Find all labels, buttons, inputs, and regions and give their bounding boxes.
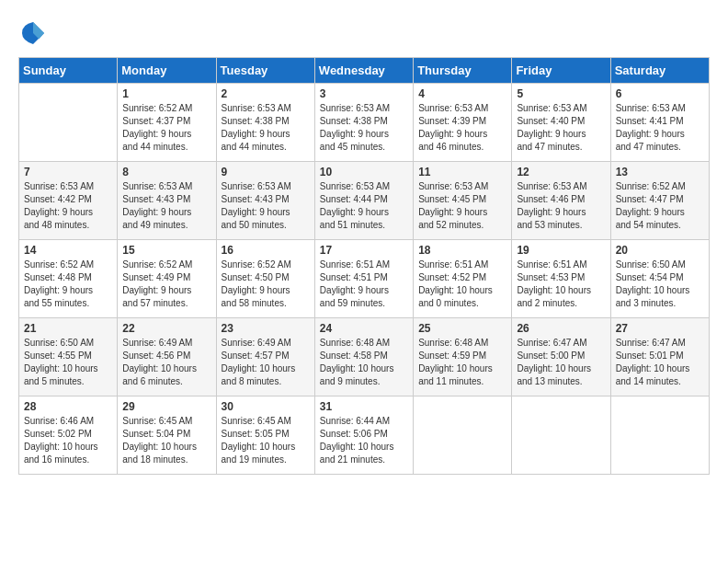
- day-number: 13: [616, 166, 704, 178]
- day-number: 5: [517, 87, 605, 100]
- day-info: Sunrise: 6:53 AMSunset: 4:38 PMDaylight:…: [222, 102, 310, 154]
- day-number: 10: [320, 166, 408, 178]
- week-row-4: 21Sunrise: 6:50 AMSunset: 4:55 PMDayligh…: [19, 318, 710, 396]
- calendar-body: 1Sunrise: 6:52 AMSunset: 4:37 PMDaylight…: [19, 84, 710, 475]
- day-info: Sunrise: 6:52 AMSunset: 4:49 PMDaylight:…: [122, 259, 210, 310]
- day-info: Sunrise: 6:48 AMSunset: 4:58 PMDaylight:…: [320, 337, 408, 388]
- weekday-header-tuesday: Tuesday: [216, 58, 314, 84]
- day-info: Sunrise: 6:45 AMSunset: 5:05 PMDaylight:…: [222, 415, 310, 466]
- calendar-cell: 8Sunrise: 6:53 AMSunset: 4:43 PMDaylight…: [118, 162, 216, 240]
- day-number: 28: [24, 400, 112, 413]
- calendar-cell: 4Sunrise: 6:53 AMSunset: 4:39 PMDaylight…: [414, 84, 512, 162]
- day-number: 23: [222, 322, 310, 335]
- calendar-cell: [610, 396, 709, 475]
- weekday-header-row: SundayMondayTuesdayWednesdayThursdayFrid…: [19, 58, 710, 84]
- day-number: 18: [418, 244, 506, 257]
- calendar-cell: 24Sunrise: 6:48 AMSunset: 4:58 PMDayligh…: [314, 318, 413, 396]
- day-number: 24: [320, 322, 408, 335]
- week-row-2: 7Sunrise: 6:53 AMSunset: 4:42 PMDaylight…: [19, 162, 710, 240]
- calendar-cell: 27Sunrise: 6:47 AMSunset: 5:01 PMDayligh…: [610, 318, 709, 396]
- calendar-cell: 28Sunrise: 6:46 AMSunset: 5:02 PMDayligh…: [19, 396, 118, 475]
- day-info: Sunrise: 6:48 AMSunset: 4:59 PMDaylight:…: [418, 337, 506, 388]
- calendar-cell: 14Sunrise: 6:52 AMSunset: 4:48 PMDayligh…: [19, 240, 118, 318]
- logo: [18, 18, 51, 48]
- calendar-cell: 21Sunrise: 6:50 AMSunset: 4:55 PMDayligh…: [19, 318, 118, 396]
- day-info: Sunrise: 6:49 AMSunset: 4:57 PMDaylight:…: [222, 337, 310, 388]
- day-info: Sunrise: 6:51 AMSunset: 4:53 PMDaylight:…: [517, 259, 605, 310]
- day-info: Sunrise: 6:52 AMSunset: 4:37 PMDaylight:…: [122, 102, 210, 154]
- calendar-header: SundayMondayTuesdayWednesdayThursdayFrid…: [19, 58, 710, 84]
- calendar-cell: 29Sunrise: 6:45 AMSunset: 5:04 PMDayligh…: [118, 396, 216, 475]
- weekday-header-thursday: Thursday: [414, 58, 512, 84]
- day-info: Sunrise: 6:53 AMSunset: 4:43 PMDaylight:…: [122, 180, 210, 232]
- day-number: 25: [418, 322, 506, 335]
- day-number: 8: [122, 166, 210, 178]
- day-number: 6: [616, 87, 704, 100]
- day-info: Sunrise: 6:49 AMSunset: 4:56 PMDaylight:…: [122, 337, 210, 388]
- day-info: Sunrise: 6:44 AMSunset: 5:06 PMDaylight:…: [320, 415, 408, 466]
- calendar-cell: 25Sunrise: 6:48 AMSunset: 4:59 PMDayligh…: [414, 318, 512, 396]
- day-number: 14: [24, 244, 112, 257]
- page-header: [18, 18, 710, 48]
- logo-icon: [18, 18, 48, 48]
- day-info: Sunrise: 6:53 AMSunset: 4:42 PMDaylight:…: [24, 180, 112, 232]
- day-number: 27: [616, 322, 704, 335]
- calendar-cell: 18Sunrise: 6:51 AMSunset: 4:52 PMDayligh…: [414, 240, 512, 318]
- weekday-header-saturday: Saturday: [610, 58, 709, 84]
- day-info: Sunrise: 6:53 AMSunset: 4:44 PMDaylight:…: [320, 180, 408, 232]
- calendar-cell: [512, 396, 610, 475]
- day-number: 2: [222, 87, 310, 100]
- day-number: 7: [24, 166, 112, 178]
- calendar-cell: 15Sunrise: 6:52 AMSunset: 4:49 PMDayligh…: [118, 240, 216, 318]
- day-number: 29: [122, 400, 210, 413]
- day-info: Sunrise: 6:53 AMSunset: 4:40 PMDaylight:…: [517, 102, 605, 154]
- day-info: Sunrise: 6:47 AMSunset: 5:01 PMDaylight:…: [616, 337, 704, 388]
- weekday-header-wednesday: Wednesday: [314, 58, 413, 84]
- day-number: 16: [222, 244, 310, 257]
- day-info: Sunrise: 6:53 AMSunset: 4:41 PMDaylight:…: [616, 102, 704, 154]
- day-number: 4: [418, 87, 506, 100]
- calendar-cell: 9Sunrise: 6:53 AMSunset: 4:43 PMDaylight…: [216, 162, 314, 240]
- calendar-cell: 2Sunrise: 6:53 AMSunset: 4:38 PMDaylight…: [216, 84, 314, 162]
- day-info: Sunrise: 6:50 AMSunset: 4:55 PMDaylight:…: [24, 337, 112, 388]
- day-info: Sunrise: 6:52 AMSunset: 4:50 PMDaylight:…: [222, 259, 310, 310]
- day-number: 22: [122, 322, 210, 335]
- calendar-cell: 23Sunrise: 6:49 AMSunset: 4:57 PMDayligh…: [216, 318, 314, 396]
- day-info: Sunrise: 6:52 AMSunset: 4:47 PMDaylight:…: [616, 180, 704, 232]
- day-info: Sunrise: 6:46 AMSunset: 5:02 PMDaylight:…: [24, 415, 112, 466]
- day-number: 20: [616, 244, 704, 257]
- day-info: Sunrise: 6:53 AMSunset: 4:39 PMDaylight:…: [418, 102, 506, 154]
- day-info: Sunrise: 6:53 AMSunset: 4:38 PMDaylight:…: [320, 102, 408, 154]
- day-number: 12: [517, 166, 605, 178]
- day-number: 17: [320, 244, 408, 257]
- day-info: Sunrise: 6:50 AMSunset: 4:54 PMDaylight:…: [616, 259, 704, 310]
- day-number: 19: [517, 244, 605, 257]
- day-number: 26: [517, 322, 605, 335]
- calendar-cell: 11Sunrise: 6:53 AMSunset: 4:45 PMDayligh…: [414, 162, 512, 240]
- day-number: 21: [24, 322, 112, 335]
- calendar-cell: 6Sunrise: 6:53 AMSunset: 4:41 PMDaylight…: [610, 84, 709, 162]
- calendar-cell: 1Sunrise: 6:52 AMSunset: 4:37 PMDaylight…: [118, 84, 216, 162]
- day-info: Sunrise: 6:51 AMSunset: 4:51 PMDaylight:…: [320, 259, 408, 310]
- week-row-1: 1Sunrise: 6:52 AMSunset: 4:37 PMDaylight…: [19, 84, 710, 162]
- calendar-cell: 12Sunrise: 6:53 AMSunset: 4:46 PMDayligh…: [512, 162, 610, 240]
- weekday-header-sunday: Sunday: [19, 58, 118, 84]
- day-info: Sunrise: 6:53 AMSunset: 4:45 PMDaylight:…: [418, 180, 506, 232]
- day-number: 11: [418, 166, 506, 178]
- day-number: 30: [222, 400, 310, 413]
- day-number: 3: [320, 87, 408, 100]
- calendar-cell: 31Sunrise: 6:44 AMSunset: 5:06 PMDayligh…: [314, 396, 413, 475]
- calendar-cell: 3Sunrise: 6:53 AMSunset: 4:38 PMDaylight…: [314, 84, 413, 162]
- day-number: 1: [122, 87, 210, 100]
- day-info: Sunrise: 6:45 AMSunset: 5:04 PMDaylight:…: [122, 415, 210, 466]
- calendar-cell: 19Sunrise: 6:51 AMSunset: 4:53 PMDayligh…: [512, 240, 610, 318]
- day-info: Sunrise: 6:53 AMSunset: 4:43 PMDaylight:…: [222, 180, 310, 232]
- day-number: 31: [320, 400, 408, 413]
- calendar-cell: 22Sunrise: 6:49 AMSunset: 4:56 PMDayligh…: [118, 318, 216, 396]
- day-info: Sunrise: 6:47 AMSunset: 5:00 PMDaylight:…: [517, 337, 605, 388]
- calendar-cell: 13Sunrise: 6:52 AMSunset: 4:47 PMDayligh…: [610, 162, 709, 240]
- calendar-cell: 16Sunrise: 6:52 AMSunset: 4:50 PMDayligh…: [216, 240, 314, 318]
- calendar-cell: 20Sunrise: 6:50 AMSunset: 4:54 PMDayligh…: [610, 240, 709, 318]
- weekday-header-friday: Friday: [512, 58, 610, 84]
- calendar-cell: 30Sunrise: 6:45 AMSunset: 5:05 PMDayligh…: [216, 396, 314, 475]
